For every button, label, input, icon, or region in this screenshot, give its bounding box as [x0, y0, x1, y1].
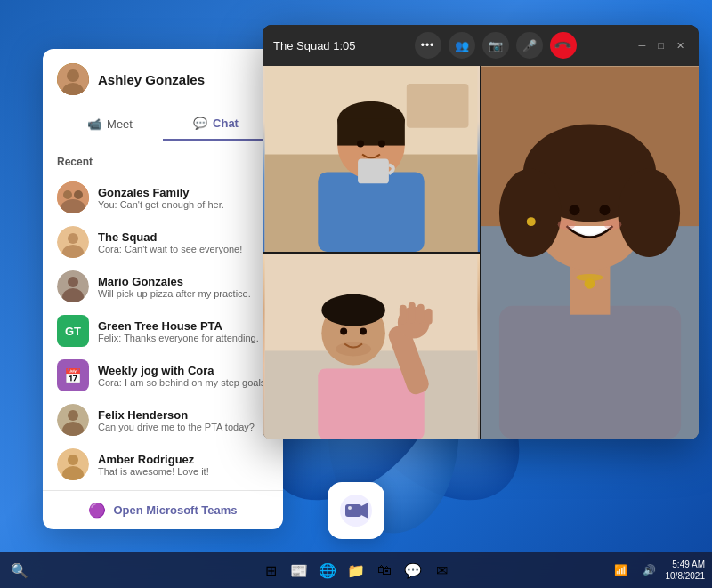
svg-rect-59 — [409, 302, 416, 324]
meet-icon: 📹 — [87, 117, 101, 131]
video-cell-woman-mug — [263, 66, 480, 252]
taskbar-left: 🔍 — [7, 558, 32, 583]
tabs-container: 📹 Meet 💬 Chat — [57, 108, 269, 141]
avatar — [57, 181, 89, 213]
svg-rect-69 — [345, 504, 361, 517]
svg-point-63 — [321, 294, 385, 326]
svg-rect-61 — [425, 309, 433, 325]
svg-point-71 — [348, 506, 352, 510]
contact-preview: Cora: Can't wait to see everyone! — [98, 244, 269, 254]
file-explorer-icon[interactable]: 📁 — [344, 558, 368, 583]
video-call-panel: The Squad 1:05 ••• 👥 📷 🎤 📞 ─ □ ✕ — [263, 25, 699, 439]
svg-point-16 — [68, 233, 78, 244]
recent-label: Recent — [43, 150, 283, 175]
user-row: Ashley Gonzales — [57, 63, 269, 95]
tab-meet[interactable]: 📹 Meet — [57, 108, 163, 141]
call-title: The Squad 1:05 — [273, 39, 356, 52]
teams-float-button[interactable] — [328, 482, 384, 539]
svg-point-48 — [558, 219, 576, 230]
svg-point-12 — [63, 190, 72, 199]
avatar — [57, 270, 89, 302]
open-teams-button[interactable]: 🟣 Open Microsoft Teams — [43, 490, 283, 529]
contact-info: Gonzales Family You: Can't get enough of… — [98, 186, 269, 210]
teams-taskbar-icon[interactable]: 💬 — [400, 558, 425, 583]
teams-float-icon — [338, 493, 374, 528]
taskbar-right: 📶 🔊 5:49 AM 10/8/2021 — [609, 558, 706, 583]
calendar-icon: 📅 — [64, 367, 82, 384]
taskbar: 🔍 ⊞ 📰 🌐 📁 🛍 💬 ✉ 📶 🔊 5:49 AM 10/8/2021 — [0, 552, 712, 588]
svg-rect-60 — [417, 304, 425, 324]
contact-info: Mario Gonzales Will pick up pizza after … — [98, 275, 269, 299]
participants-button[interactable]: 👥 — [449, 32, 475, 59]
svg-point-25 — [68, 455, 78, 465]
svg-point-34 — [378, 141, 385, 148]
more-dots-icon: ••• — [421, 39, 435, 52]
minimize-button[interactable]: ─ — [635, 40, 650, 51]
svg-point-19 — [68, 277, 78, 287]
edge-icon[interactable]: 🌐 — [315, 558, 340, 583]
svg-point-66 — [336, 342, 371, 357]
taskbar-center: ⊞ 📰 🌐 📁 🛍 💬 ✉ — [258, 558, 454, 583]
list-item[interactable]: Gonzales Family You: Can't get enough of… — [50, 175, 276, 220]
more-options-button[interactable]: ••• — [415, 32, 441, 59]
volume-icon[interactable]: 🔊 — [637, 558, 662, 583]
list-item[interactable]: GT Green Tree House PTA Felix: Thanks ev… — [50, 309, 276, 353]
close-button[interactable]: ✕ — [673, 40, 688, 52]
contact-info: Amber Rodriguez That is awesome! Love it… — [98, 453, 269, 477]
user-avatar — [57, 63, 89, 95]
list-item[interactable]: Felix Henderson Can you drive me to the … — [50, 398, 276, 442]
maximize-button[interactable]: □ — [654, 40, 668, 51]
avatar: 📅 — [57, 359, 89, 391]
widgets-button[interactable]: 📰 — [287, 558, 312, 583]
contact-name: Felix Henderson — [98, 408, 269, 422]
avatar — [57, 448, 89, 480]
list-item[interactable]: Amber Rodriguez That is awesome! Love it… — [50, 442, 276, 487]
contact-preview: Felix: Thanks everyone for attending. — [98, 333, 269, 343]
list-item[interactable]: 📅 Weekly jog with Cora Cora: I am so beh… — [50, 353, 276, 398]
end-call-button[interactable]: 📞 — [550, 32, 577, 59]
svg-rect-40 — [499, 306, 681, 439]
svg-point-44 — [499, 168, 562, 257]
svg-point-64 — [340, 328, 347, 335]
video-toggle-button[interactable]: 📷 — [482, 32, 509, 59]
contact-name: Mario Gonzales — [98, 275, 269, 288]
contact-name: Weekly jog with Cora — [98, 364, 269, 377]
teams-icon: 🟣 — [88, 502, 106, 519]
contact-info: Felix Henderson Can you drive me to the … — [98, 408, 269, 432]
svg-point-22 — [68, 410, 78, 421]
svg-rect-58 — [400, 305, 407, 325]
start-button[interactable]: ⊞ — [258, 558, 283, 583]
video-camera-icon: 📷 — [489, 39, 503, 52]
contact-list: Gonzales Family You: Can't get enough of… — [43, 175, 283, 487]
svg-point-46 — [570, 205, 580, 215]
list-item[interactable]: Mario Gonzales Will pick up pizza after … — [50, 264, 276, 309]
svg-point-45 — [618, 168, 680, 257]
taskbar-search[interactable]: 🔍 — [7, 558, 32, 583]
avatar — [57, 226, 89, 258]
store-icon[interactable]: 🛍 — [372, 558, 397, 583]
tab-chat[interactable]: 💬 Chat — [163, 108, 269, 141]
video-cell-man-wave — [263, 254, 480, 439]
clock-time: 5:49 AM — [666, 559, 706, 570]
participants-icon: 👥 — [455, 39, 469, 52]
contact-preview: You: Can't get enough of her. — [98, 199, 269, 210]
svg-rect-29 — [318, 172, 424, 252]
contact-name: Green Tree House PTA — [98, 319, 269, 333]
svg-point-49 — [603, 219, 621, 230]
chat-panel: Ashley Gonzales 📹 Meet 💬 Chat Recent — [43, 49, 283, 529]
avatar — [57, 404, 89, 436]
svg-point-33 — [357, 141, 364, 148]
contact-name: Amber Rodriguez — [98, 453, 269, 466]
clock-date: 10/8/2021 — [666, 570, 706, 582]
svg-point-50 — [527, 217, 536, 226]
svg-point-65 — [360, 328, 367, 335]
contact-name: Gonzales Family — [98, 186, 269, 199]
mail-icon[interactable]: ✉ — [429, 558, 454, 583]
contact-info: Green Tree House PTA Felix: Thanks every… — [98, 319, 269, 343]
video-titlebar: The Squad 1:05 ••• 👥 📷 🎤 📞 ─ □ ✕ — [263, 25, 699, 66]
network-icon[interactable]: 📶 — [609, 558, 634, 583]
end-call-icon: 📞 — [554, 36, 573, 55]
list-item[interactable]: The Squad Cora: Can't wait to see everyo… — [50, 220, 276, 264]
mic-toggle-button[interactable]: 🎤 — [516, 32, 543, 59]
chat-icon: 💬 — [193, 117, 207, 130]
